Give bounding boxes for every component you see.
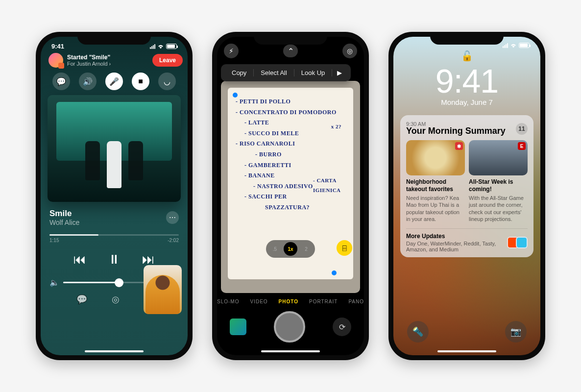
wifi-icon [510,43,517,48]
summary-card-2[interactable]: E All-Star Week is coming! With the All-… [469,140,528,222]
cellular-icon [150,44,155,49]
wifi-icon [157,44,164,49]
album-art [48,95,181,202]
last-photo-thumbnail[interactable] [230,318,246,335]
card-image: E [469,140,528,175]
live-photo-button[interactable]: ◎ [342,44,357,58]
text-context-menu: Copy Select All Look Up ▶ [221,64,351,81]
summary-title: Your Morning Summary [406,126,506,136]
live-text-button[interactable]: ⌸ [337,240,352,256]
summary-count-badge: 11 [516,123,528,135]
track-artist: Wolf Alice [49,219,79,226]
flashlight-button[interactable]: 🔦 [407,321,429,343]
status-time: 9:41 [51,43,64,50]
speaker-button[interactable]: 🔊 [79,73,97,90]
more-button[interactable]: ⋯ [166,211,179,224]
banner-subtitle: For Justin Arnold › [67,61,148,67]
camera-button[interactable]: 📷 [505,321,527,343]
rewind-button[interactable]: ⏮ [73,252,86,267]
lyrics-button[interactable]: 💬 [76,294,87,305]
phone-lockscreen: 🔓 9:41 Monday, June 7 9:30 AM Your Morni… [388,32,545,360]
app-badge-yelp: ✱ [455,142,463,150]
avatar [48,53,63,68]
messages-button[interactable]: 💬 [52,73,70,90]
ctx-select-all[interactable]: Select All [254,69,294,76]
shutter-button[interactable] [274,311,305,343]
camera-settings-toggle[interactable]: ⌃ [283,45,298,57]
shareplay-banner[interactable]: Started "Smile" For Justin Arnold › Leav… [41,50,188,68]
time-remaining: -2:02 [168,238,179,243]
airplay-button[interactable]: ◎ [112,294,120,305]
leave-button[interactable]: Leave [152,54,183,67]
flash-button[interactable]: ⚡︎ [224,44,239,58]
playback-scrubber[interactable] [49,234,179,236]
camera-viewfinder[interactable]: - PETTI DI POLLO - CONCENTRATO DI POMODO… [221,81,360,293]
camera-switch-button[interactable]: ⟳ [333,318,351,336]
card-image: ✱ [406,140,465,175]
lock-icon: 🔓 [393,50,540,62]
track-title: Smile [49,209,79,219]
notification-summary[interactable]: 9:30 AM Your Morning Summary 11 ✱ Neighb… [400,115,533,257]
more-updates-app-icons [510,237,528,248]
summary-card-1[interactable]: ✱ Neighborhood takeout favorites Need in… [406,140,465,222]
call-controls: 💬 🔊 🎤 ■ ◡ [41,68,188,93]
video-button[interactable]: ■ [132,73,149,90]
cellular-icon [503,43,508,48]
lock-clock: 9:41 [436,62,498,100]
selection-handle-end[interactable] [332,270,337,275]
app-badge-espn: E [518,142,526,150]
mute-button[interactable]: 🎤 [105,73,123,90]
battery-icon [519,43,530,48]
more-updates-row[interactable]: More Updates Day One, WaterMinder, Reddi… [406,228,528,252]
time-elapsed: 1:15 [49,238,59,243]
volume-low-icon: 🔈 [49,278,59,287]
zoom-control[interactable]: .5 1x 2 [266,240,315,258]
lock-date: Monday, June 7 [441,98,493,106]
selection-handle-start[interactable] [233,93,238,98]
ctx-look-up[interactable]: Look Up [294,69,332,76]
phone-shareplay: 9:41 Started "Smile" For Justin Arnold ›… [36,32,193,360]
status-bar [503,43,530,48]
phone-camera: ⚡︎ ⌃ ◎ Copy Select All Look Up ▶ - PETTI… [212,32,369,360]
facetime-pip[interactable] [144,265,182,314]
shareplay-button[interactable]: ◡ [158,73,176,90]
banner-title: Started "Smile" [67,54,148,61]
ctx-more-arrow[interactable]: ▶ [332,69,347,76]
battery-icon [166,44,177,49]
pause-button[interactable]: ⏸ [108,252,121,267]
camera-modes[interactable]: SLO-MO VIDEO PHOTO PORTRAIT PANO [217,293,364,308]
ctx-copy[interactable]: Copy [225,69,254,76]
